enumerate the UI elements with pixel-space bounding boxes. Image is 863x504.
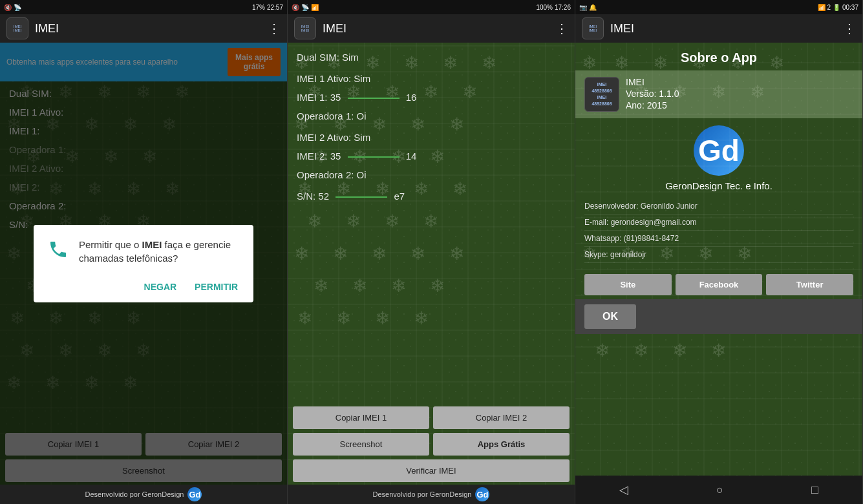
developer-row: Desenvolvedor: Geronildo Junior bbox=[584, 202, 853, 215]
battery-2: 100% bbox=[536, 4, 553, 11]
status-bar-1: 🔇 📡 17% 22:57 bbox=[0, 0, 287, 14]
permission-dialog: Permitir que o IMEI faça e gerencie cham… bbox=[34, 225, 253, 302]
app-body-1: ❄ ❄ ❄ ❄ ❄ ❄ ❄ ❄ ❄ ❄ ❄ ❄ ❄ ❄ ❄ ❄ ❄ ❄ ❄ ❄ … bbox=[0, 43, 287, 485]
dialog-actions: NEGAR PERMITIR bbox=[47, 278, 240, 296]
footer-2: Desenvolvido por GeronDesign Gd bbox=[288, 485, 575, 504]
skype-row: Skype: geronildojr bbox=[584, 250, 853, 263]
facebook-btn[interactable]: Facebook bbox=[676, 274, 763, 295]
twitter-btn[interactable]: Twitter bbox=[766, 274, 853, 295]
negar-btn[interactable]: NEGAR bbox=[142, 278, 180, 296]
back-nav[interactable]: ◁ bbox=[619, 483, 628, 497]
imei1-section: IMEI 1 Ativo: Sim IMEI 1: 35 16 Operador… bbox=[297, 73, 566, 121]
time-3: 00:37 bbox=[842, 4, 858, 11]
status-icons-3: 📷 🔔 bbox=[579, 4, 597, 11]
imei2-ativo-row-2: IMEI 2 Ativo: Sim bbox=[297, 132, 566, 143]
social-buttons: Site Facebook Twitter bbox=[575, 270, 862, 299]
menu-icon-1[interactable]: ⋮ bbox=[268, 21, 281, 36]
company-name: GeronDesign Tec. e Info. bbox=[575, 180, 862, 191]
phone-3: 📷 🔔 📶 2 🔋 00:37 IMEIIMEI IMEI ⋮ ❄ ❄ ❄ ❄ … bbox=[575, 0, 863, 504]
status-left-2: 🔇 📡 📶 bbox=[292, 4, 319, 11]
app-icon-2: IMEIIMEI bbox=[294, 17, 316, 39]
gd-logo-1: Gd bbox=[187, 487, 202, 501]
status-left-1: 🔇 📡 bbox=[4, 4, 21, 11]
recent-nav[interactable]: □ bbox=[811, 483, 818, 497]
time-1: 22:57 bbox=[267, 4, 283, 11]
ok-bar: OK bbox=[575, 299, 862, 334]
app-icon-3: IMEIIMEI bbox=[582, 17, 604, 39]
about-app-icon: IMEI48928808IMEI48928808 bbox=[584, 77, 619, 112]
bottom-buttons-2: Copiar IMEI 1 Copiar IMEI 2 Screenshot A… bbox=[288, 403, 575, 485]
about-version: Versão: 1.1.0 bbox=[626, 89, 679, 99]
imei2-row-2: IMEI 2: 35 14 bbox=[297, 151, 566, 162]
operadora1-row-2: Operadora 1: Oi bbox=[297, 110, 566, 121]
dialog-message: Permitir que o IMEI faça e gerencie cham… bbox=[79, 238, 240, 265]
dual-sim-row-2: Dual SIM: Sim bbox=[297, 52, 566, 63]
about-app-name: IMEI bbox=[626, 77, 679, 87]
about-title: Sobre o App bbox=[575, 50, 862, 65]
status-right-3: 📶 2 🔋 00:37 bbox=[818, 4, 858, 11]
app-title-1: IMEI bbox=[35, 22, 261, 36]
whatsapp-row: Whatsapp: (81)98841-8472 bbox=[584, 234, 853, 247]
gd-logo-2: Gd bbox=[475, 487, 489, 501]
menu-icon-2[interactable]: ⋮ bbox=[555, 21, 568, 36]
status-icons-1: 🔇 📡 bbox=[4, 4, 21, 11]
content-2: Dual SIM: Sim IMEI 1 Ativo: Sim IMEI 1: … bbox=[288, 43, 575, 403]
screenshot-btn-2[interactable]: Screenshot bbox=[293, 433, 429, 456]
app-icon-1: IMEIIMEI bbox=[6, 17, 28, 39]
about-app-info: IMEI48928808IMEI48928808 IMEI Versão: 1.… bbox=[575, 70, 862, 118]
app-body-3: ❄ ❄ ❄ ❄ ❄ ❄ ❄ ❄ ❄ ❄ ❄ ❄ ❄ ❄ ❄ ❄ ❄ ❄ ❄ ❄ … bbox=[575, 43, 862, 476]
imei1-row-2: IMEI 1: 35 16 bbox=[297, 92, 566, 103]
menu-icon-3[interactable]: ⋮ bbox=[843, 21, 856, 36]
about-details: Desenvolvedor: Geronildo Junior E-mail: … bbox=[575, 198, 862, 270]
phone-icon bbox=[47, 238, 70, 261]
ok-btn[interactable]: OK bbox=[584, 304, 636, 329]
gd-big-logo: Gd bbox=[693, 125, 745, 176]
nav-bar: ◁ ○ □ bbox=[575, 476, 862, 504]
footer-text-1: Desenvolvido por GeronDesign bbox=[85, 490, 184, 498]
footer-text-2: Desenvolvido por GeronDesign bbox=[373, 490, 472, 498]
status-icons-2: 🔇 📡 📶 bbox=[292, 4, 319, 11]
app-body-2: ❄ ❄ ❄ ❄ ❄ ❄ ❄ ❄ ❄ ❄ ❄ ❄ ❄ ❄ ❄ ❄ ❄ ❄ ❄ ❄ … bbox=[288, 43, 575, 485]
about-year: Ano: 2015 bbox=[626, 100, 679, 110]
site-btn[interactable]: Site bbox=[584, 274, 672, 295]
operadora2-row-2: Operadora 2: Oi bbox=[297, 169, 566, 180]
status-right-2: 100% 17:26 bbox=[536, 4, 571, 11]
app-bar-1: IMEIIMEI IMEI ⋮ bbox=[0, 14, 287, 43]
time-2: 17:26 bbox=[555, 4, 571, 11]
status-right-1: 17% 22:57 bbox=[252, 4, 283, 11]
copiar-imei1-btn-2[interactable]: Copiar IMEI 1 bbox=[293, 406, 429, 429]
status-bar-3: 📷 🔔 📶 2 🔋 00:37 bbox=[575, 0, 862, 14]
email-row: E-mail: gerondesign@gmail.com bbox=[584, 218, 853, 231]
gd-circle: Gd bbox=[694, 125, 744, 176]
home-nav[interactable]: ○ bbox=[716, 483, 723, 497]
imei2-section: IMEI 2 Ativo: Sim IMEI 2: 35 14 Operador… bbox=[297, 132, 566, 180]
footer-1: Desenvolvido por GeronDesign Gd bbox=[0, 485, 287, 504]
app-bar-2: IMEIIMEI IMEI ⋮ bbox=[288, 14, 575, 43]
status-left-3: 📷 🔔 bbox=[579, 4, 597, 11]
dual-sim-section: Dual SIM: Sim bbox=[297, 52, 566, 63]
apps-gratis-btn-2[interactable]: Apps Grátis bbox=[433, 433, 570, 456]
verificar-imei-btn[interactable]: Verificar IMEI bbox=[293, 459, 570, 482]
sn-section: S/N: 52 e7 bbox=[297, 191, 566, 202]
app-title-3: IMEI bbox=[610, 22, 836, 36]
signal-3: 📶 2 bbox=[818, 4, 831, 11]
app-title-2: IMEI bbox=[323, 22, 549, 36]
sn-row-2: S/N: 52 e7 bbox=[297, 191, 566, 202]
app-bar-3: IMEIIMEI IMEI ⋮ bbox=[575, 14, 862, 43]
phone-2: 🔇 📡 📶 100% 17:26 IMEIIMEI IMEI ⋮ ❄ ❄ ❄ ❄… bbox=[288, 0, 575, 504]
battery-1: 17% bbox=[252, 4, 265, 11]
about-app-text: IMEI Versão: 1.1.0 Ano: 2015 bbox=[626, 77, 679, 112]
permitir-btn[interactable]: PERMITIR bbox=[192, 278, 240, 296]
dialog-overlay: Permitir que o IMEI faça e gerencie cham… bbox=[0, 43, 287, 485]
status-bar-2: 🔇 📡 📶 100% 17:26 bbox=[288, 0, 575, 14]
copiar-imei2-btn-2[interactable]: Copiar IMEI 2 bbox=[433, 406, 570, 429]
phone-1: 🔇 📡 17% 22:57 IMEIIMEI IMEI ⋮ ❄ ❄ ❄ ❄ ❄ … bbox=[0, 0, 288, 504]
dialog-header: Permitir que o IMEI faça e gerencie cham… bbox=[47, 238, 240, 265]
battery-3: 🔋 bbox=[833, 4, 840, 11]
imei1-ativo-row-2: IMEI 1 Ativo: Sim bbox=[297, 73, 566, 84]
